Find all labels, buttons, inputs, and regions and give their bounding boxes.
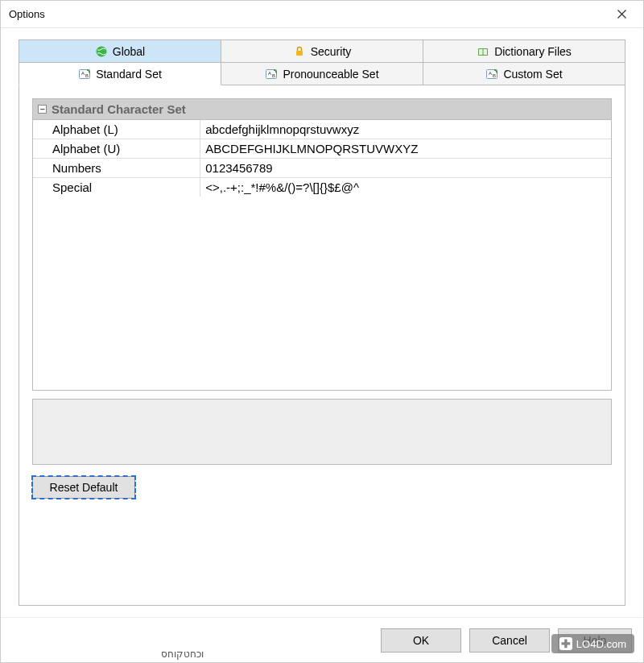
property-key: Numbers [33,159,200,177]
tab-row-top: Global Security Dictionary Files [19,39,625,62]
lock-icon [293,45,306,58]
ok-button[interactable]: OK [381,628,461,653]
svg-text:B: B [493,73,496,78]
set-icon: AB [265,68,278,81]
svg-text:A: A [268,71,271,76]
set-icon: AB [78,68,91,81]
titlebar: Options [1,1,643,28]
group-title: Standard Character Set [52,102,186,116]
property-row[interactable]: Alphabet (U) ABCDEFGHIJKLMNOPQRSTUVWXYZ [33,139,611,159]
svg-point-2 [96,46,106,56]
watermark: ✚ LO4D.com [551,634,634,653]
property-key: Alphabet (L) [33,120,200,139]
collapse-icon[interactable]: − [38,105,47,114]
tab-label: Security [311,45,352,58]
tab-label: Pronounceable Set [283,68,378,81]
window-title: Options [9,8,45,20]
svg-text:A: A [489,71,492,76]
tab-dictionary-files[interactable]: Dictionary Files [423,39,625,62]
dialog-button-row: OK Cancel Help [1,617,643,662]
close-button[interactable] [603,2,640,27]
tab-label: Custom Set [503,68,562,81]
property-value[interactable]: abcdefghijklmnopqrstuvwxyz [200,120,611,139]
tab-label: Global [113,45,145,58]
property-row[interactable]: Numbers 0123456789 [33,159,611,178]
property-group-header[interactable]: − Standard Character Set [33,99,611,120]
cancel-button[interactable]: Cancel [469,628,550,653]
globe-icon [95,45,108,58]
tab-label: Standard Set [96,68,162,81]
description-panel [32,399,612,465]
options-dialog: Options Global Security D [0,0,644,663]
dictionary-icon [477,45,489,58]
tab-panel-standard-set: − Standard Character Set Alphabet (L) ab… [19,85,625,606]
tab-global[interactable]: Global [19,39,221,62]
property-value[interactable]: ABCDEFGHIJKLMNOPQRSTUVWXYZ [200,139,611,158]
property-grid: − Standard Character Set Alphabet (L) ab… [32,98,612,391]
property-value[interactable]: <>,.-+;:_*!#%&/()=?\[]{}$£@^ [200,178,611,197]
property-key: Special [33,178,200,197]
tab-row-bottom: AB Standard Set AB Pronounceable Set AB … [19,62,625,85]
svg-text:B: B [85,73,89,78]
tab-security[interactable]: Security [221,39,423,62]
property-row[interactable]: Special <>,.-+;:_*!#%&/()=?\[]{}$£@^ [33,178,611,197]
property-key: Alphabet (U) [33,139,200,158]
close-icon [617,10,626,19]
property-row[interactable]: Alphabet (L) abcdefghijklmnopqrstuvwxyz [33,120,611,139]
watermark-plus-icon: ✚ [559,637,572,650]
reset-default-button[interactable]: Reset Default [32,476,135,499]
set-icon: AB [485,68,498,81]
tab-label: Dictionary Files [494,45,572,58]
dialog-content: Global Security Dictionary Files AB St [1,28,643,617]
tab-custom-set[interactable]: AB Custom Set [423,62,625,85]
tab-standard-set[interactable]: AB Standard Set [19,62,221,85]
svg-rect-3 [296,51,303,56]
svg-text:B: B [272,73,275,78]
tab-pronounceable-set[interactable]: AB Pronounceable Set [221,62,423,85]
property-grid-body: Alphabet (L) abcdefghijklmnopqrstuvwxyz … [33,120,611,390]
watermark-text: LO4D.com [576,638,626,650]
background-bottom-text: וכחטקוחס [161,648,204,660]
svg-text:A: A [81,71,85,76]
property-value[interactable]: 0123456789 [200,159,611,177]
